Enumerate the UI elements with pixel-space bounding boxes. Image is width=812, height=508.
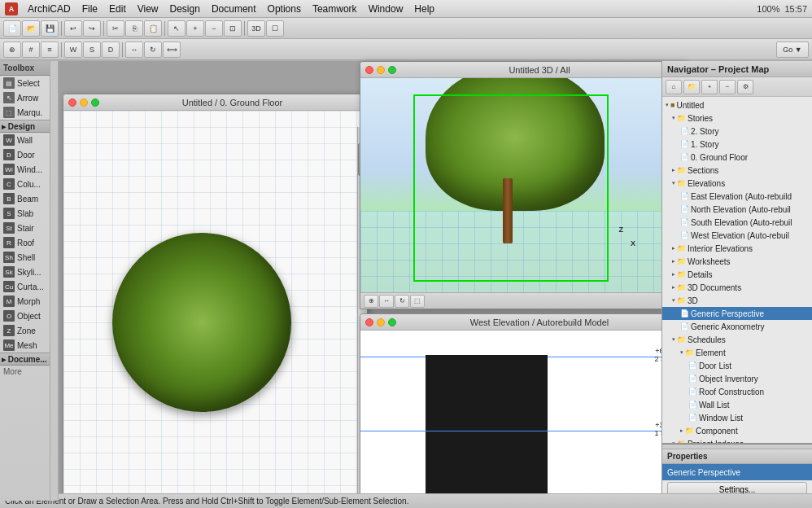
- ground-floor-content[interactable]: [63, 111, 367, 508]
- menu-help[interactable]: Help: [409, 2, 439, 15]
- toolbox-arrow[interactable]: ↖ Arrow: [0, 90, 50, 105]
- toolbar-door[interactable]: D: [102, 42, 120, 58]
- menu-view[interactable]: View: [133, 2, 164, 15]
- toolbar-move[interactable]: ↔: [125, 42, 143, 58]
- toolbar-new[interactable]: 📄: [3, 20, 21, 37]
- tool-object[interactable]: O Object: [0, 309, 50, 323]
- toolbar-plan[interactable]: ☐: [266, 20, 284, 37]
- tool-door[interactable]: D Door: [0, 147, 50, 162]
- 3d-content[interactable]: Z X: [360, 78, 684, 309]
- menu-window[interactable]: Window: [364, 2, 408, 15]
- tool-morph[interactable]: M Morph: [0, 294, 50, 309]
- elevation-content[interactable]: +6,200 2 Story +3,100 1 Story ±0,000 0 G…: [360, 331, 684, 508]
- nav-item-north-elev[interactable]: 📄 North Elevation (Auto-rebuil: [662, 203, 812, 216]
- toolbar-snap[interactable]: ⊕: [3, 42, 21, 58]
- menu-archicad[interactable]: ArchiCAD: [23, 2, 76, 15]
- toolbar-cut[interactable]: ✂: [107, 20, 124, 37]
- tool-column[interactable]: C Colu...: [0, 177, 50, 191]
- toolbar-slab[interactable]: S: [83, 42, 101, 58]
- nav-btn-delete[interactable]: −: [719, 80, 736, 94]
- nav-item-1story[interactable]: 📄 1. Story: [662, 138, 812, 151]
- toolbar-zoom-fit[interactable]: ⊡: [224, 20, 242, 37]
- nav-item-door-list[interactable]: 📄 Door List: [662, 359, 812, 372]
- toolbar-zoom-out[interactable]: −: [205, 20, 223, 37]
- design-section[interactable]: ▸ Design: [0, 120, 50, 133]
- nav-item-west-elev[interactable]: 📄 West Elevation (Auto-rebuil: [662, 229, 812, 242]
- 3d-min-btn[interactable]: [377, 66, 385, 74]
- toolbox-more[interactable]: More: [0, 366, 50, 378]
- elevation-max-btn[interactable]: [388, 318, 396, 326]
- tool-mesh[interactable]: Me Mesh: [0, 338, 50, 353]
- 3d-toolbar-btn4[interactable]: ⬚: [410, 295, 425, 308]
- menu-document[interactable]: Document: [207, 2, 261, 15]
- toolbar-grid[interactable]: #: [22, 42, 40, 58]
- tool-zone[interactable]: Z Zone: [0, 323, 50, 338]
- nav-item-sections[interactable]: ▸ 📁 Sections: [662, 164, 812, 177]
- nav-item-3d[interactable]: ▾ 📁 3D: [662, 294, 812, 307]
- toolbar-copy[interactable]: ⎘: [125, 20, 143, 37]
- toolbar-open[interactable]: 📂: [22, 20, 40, 37]
- nav-item-element[interactable]: ▾ 📁 Element: [662, 346, 812, 359]
- tool-stair[interactable]: St Stair: [0, 221, 50, 235]
- toolbar-rotate[interactable]: ↻: [144, 42, 162, 58]
- nav-btn-home[interactable]: ⌂: [666, 80, 682, 94]
- tool-window[interactable]: Wi Wind...: [0, 162, 50, 177]
- nav-item-details[interactable]: ▸ 📁 Details: [662, 268, 812, 281]
- tool-curtain[interactable]: Cu Curta...: [0, 279, 50, 294]
- nav-item-obj-inv[interactable]: 📄 Object Inventory: [662, 372, 812, 385]
- nav-item-interior-elev[interactable]: ▸ 📁 Interior Elevations: [662, 242, 812, 255]
- nav-item-worksheets[interactable]: ▸ 📁 Worksheets: [662, 255, 812, 268]
- nav-item-ground-floor[interactable]: 📄 0. Ground Floor: [662, 151, 812, 164]
- 3d-toolbar-btn2[interactable]: ↔: [379, 295, 394, 308]
- menu-edit[interactable]: Edit: [104, 2, 131, 15]
- toolbar-mirror[interactable]: ⟺: [163, 42, 181, 58]
- menu-file[interactable]: File: [77, 2, 103, 15]
- tool-shell[interactable]: Sh Shell: [0, 250, 50, 265]
- nav-item-window-list[interactable]: 📄 Window List: [662, 411, 812, 424]
- properties-selected-item[interactable]: Generic Perspective: [662, 464, 812, 480]
- nav-item-2story[interactable]: 📄 2. Story: [662, 125, 812, 138]
- nav-btn-folder[interactable]: 📁: [683, 80, 700, 94]
- ground-floor-max-btn[interactable]: [91, 99, 99, 107]
- tool-skylight[interactable]: Sk Skyli...: [0, 265, 50, 279]
- toolbar-zoom-in[interactable]: +: [186, 20, 204, 37]
- menu-teamwork[interactable]: Teamwork: [308, 2, 362, 15]
- nav-item-south-elev[interactable]: 📄 South Elevation (Auto-rebuil: [662, 216, 812, 229]
- 3d-close-btn[interactable]: [365, 66, 373, 74]
- 3d-max-btn[interactable]: [388, 66, 396, 74]
- nav-item-3ddocs[interactable]: ▸ 📁 3D Documents: [662, 281, 812, 294]
- elevation-min-btn[interactable]: [377, 318, 385, 326]
- elevation-close-btn[interactable]: [365, 318, 373, 326]
- toolbar-go[interactable]: Go ▼: [776, 42, 809, 58]
- toolbar-layers[interactable]: ≡: [41, 42, 59, 58]
- nav-item-stories[interactable]: ▾ 📁 Stories: [662, 112, 812, 125]
- nav-item-east-elev[interactable]: 📄 East Elevation (Auto-rebuild: [662, 190, 812, 203]
- nav-item-untitled[interactable]: ▾ ■ Untitled: [662, 99, 812, 112]
- tool-roof[interactable]: R Roof: [0, 235, 50, 250]
- nav-item-elevations[interactable]: ▾ 📁 Elevations: [662, 177, 812, 190]
- nav-btn-new[interactable]: +: [701, 80, 718, 94]
- toolbox-marque[interactable]: ⬚ Marqu.: [0, 105, 50, 120]
- toolbar-3d[interactable]: 3D: [247, 20, 265, 37]
- 3d-toolbar-btn1[interactable]: ⊕: [364, 295, 378, 308]
- ground-floor-close-btn[interactable]: [68, 99, 76, 107]
- toolbar-wall[interactable]: W: [64, 42, 82, 58]
- nav-item-generic-axon[interactable]: 📄 Generic Axonometry: [662, 320, 812, 333]
- tool-wall[interactable]: W Wall: [0, 133, 50, 147]
- nav-item-proj-indexes[interactable]: ▾ 📁 Project Indexes: [662, 437, 812, 443]
- nav-item-wall-list[interactable]: 📄 Wall List: [662, 398, 812, 411]
- toolbar-paste[interactable]: 📋: [144, 20, 162, 37]
- menu-options[interactable]: Options: [263, 2, 306, 15]
- document-section[interactable]: ▸ Docume...: [0, 353, 50, 366]
- toolbox-select[interactable]: ▤ Select: [0, 76, 50, 90]
- nav-item-generic-persp[interactable]: 📄 Generic Perspective: [662, 307, 812, 320]
- toolbar-undo[interactable]: ↩: [64, 20, 82, 37]
- nav-item-roof-const[interactable]: 📄 Roof Construction: [662, 385, 812, 398]
- ground-floor-min-btn[interactable]: [80, 99, 88, 107]
- 3d-toolbar-btn3[interactable]: ↻: [395, 295, 409, 308]
- nav-btn-settings[interactable]: ⚙: [737, 80, 753, 94]
- toolbar-select[interactable]: ↖: [168, 20, 186, 37]
- menu-design[interactable]: Design: [165, 2, 205, 15]
- tool-slab[interactable]: S Slab: [0, 206, 50, 221]
- toolbar-save[interactable]: 💾: [41, 20, 59, 37]
